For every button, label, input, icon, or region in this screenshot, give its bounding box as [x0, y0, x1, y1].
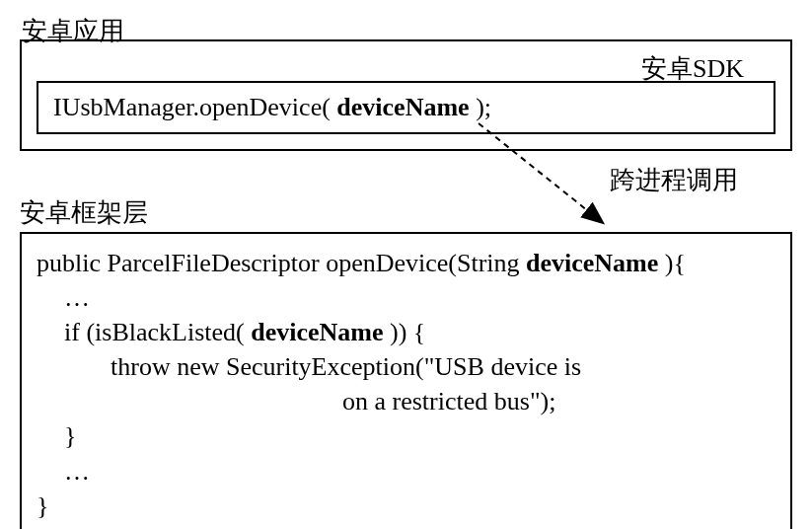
sdk-code-prefix: IUsbManager.openDevice( — [53, 93, 336, 121]
line3-suffix: )) { — [383, 318, 425, 346]
framework-box: public ParcelFileDescriptor openDevice(S… — [20, 232, 792, 529]
line3-prefix: if (isBlackListed( — [64, 318, 251, 346]
framework-code-line-7: … — [37, 454, 775, 489]
android-app-box: 安卓应用 安卓SDK IUsbManager.openDevice( devic… — [20, 39, 792, 151]
framework-code-line-4: throw new SecurityException("USB device … — [37, 349, 775, 384]
framework-code-line-6: } — [37, 418, 775, 453]
line1-suffix: ){ — [658, 249, 686, 277]
framework-code-line-2: … — [37, 280, 775, 315]
android-app-label: 安卓应用 — [22, 14, 124, 48]
line1-param: deviceName — [526, 249, 658, 277]
sdk-code-line: IUsbManager.openDevice( deviceName ); — [53, 93, 759, 122]
framework-code-line-1: public ParcelFileDescriptor openDevice(S… — [37, 246, 775, 280]
framework-code-line-8: } — [37, 489, 775, 523]
line1-prefix: public ParcelFileDescriptor openDevice(S… — [37, 249, 526, 277]
framework-code-line-5: on a restricted bus"); — [37, 384, 775, 418]
android-sdk-box: 安卓SDK IUsbManager.openDevice( deviceName… — [37, 81, 775, 134]
framework-code-line-3: if (isBlackListed( deviceName )) { — [37, 315, 775, 349]
line3-param: deviceName — [251, 318, 383, 346]
android-sdk-label: 安卓SDK — [641, 51, 744, 86]
sdk-code-suffix: ); — [470, 93, 491, 121]
ipc-label: 跨进程调用 — [610, 163, 738, 197]
framework-label: 安卓框架层 — [20, 195, 792, 230]
sdk-code-param: deviceName — [336, 93, 469, 121]
